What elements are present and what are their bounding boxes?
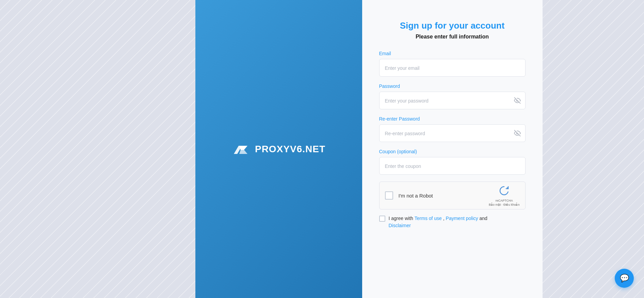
password-label: Password: [379, 83, 526, 89]
recaptcha-refresh-icon: [498, 185, 510, 197]
recaptcha-box[interactable]: I'm not a Robot reCAPTCHA Bảo mật · Điều…: [379, 182, 526, 209]
reenter-password-input[interactable]: [379, 124, 526, 142]
terms-checkbox[interactable]: [379, 216, 385, 222]
payment-policy-link[interactable]: Payment policy: [446, 216, 478, 221]
reenter-password-group: Re-enter Password: [379, 116, 526, 142]
password-input-wrapper: [379, 92, 526, 109]
chat-icon: 💬: [620, 274, 629, 283]
svg-marker-1: [239, 146, 247, 150]
password-toggle-icon[interactable]: [514, 97, 521, 104]
terms-sep: ,: [442, 216, 446, 221]
chat-button[interactable]: 💬: [615, 269, 634, 288]
reenter-password-input-wrapper: [379, 124, 526, 142]
terms-of-use-link[interactable]: Terms of use: [415, 216, 442, 221]
logo-container: PROXYV6.NET: [232, 140, 325, 158]
coupon-group: Coupon (optional): [379, 149, 526, 175]
reenter-password-label: Re-enter Password: [379, 116, 526, 122]
terms-prefix: I agree with: [389, 216, 415, 221]
reenter-password-toggle-icon[interactable]: [514, 130, 521, 137]
recaptcha-label: I'm not a Robot: [399, 193, 489, 199]
recaptcha-brand-text: reCAPTCHA: [496, 199, 513, 202]
logo-text: PROXYV6.NET: [255, 144, 325, 155]
recaptcha-checkbox[interactable]: [385, 191, 393, 200]
svg-marker-2: [239, 150, 247, 154]
email-input[interactable]: [379, 59, 526, 77]
email-group: Email: [379, 51, 526, 77]
disclaimer-link[interactable]: Disclaimer: [389, 223, 411, 228]
password-group: Password: [379, 83, 526, 109]
recaptcha-links: Bảo mật · Điều khoản: [489, 203, 520, 206]
password-input[interactable]: [379, 92, 526, 109]
coupon-label: Coupon (optional): [379, 149, 526, 154]
coupon-input[interactable]: [379, 157, 526, 175]
right-panel: Sign up for your account Please enter fu…: [362, 0, 543, 298]
terms-text: I agree with Terms of use , Payment poli…: [389, 215, 487, 229]
form-title: Sign up for your account: [400, 20, 505, 31]
logo-icon: [232, 140, 249, 158]
email-input-wrapper: [379, 59, 526, 77]
email-label: Email: [379, 51, 526, 56]
terms-row: I agree with Terms of use , Payment poli…: [379, 215, 526, 229]
left-panel: PROXYV6.NET: [195, 0, 362, 298]
coupon-input-wrapper: [379, 157, 526, 175]
terms-suffix: and: [478, 216, 487, 221]
recaptcha-logo-area: reCAPTCHA Bảo mật · Điều khoản: [489, 185, 520, 206]
form-subtitle: Please enter full information: [416, 34, 489, 40]
